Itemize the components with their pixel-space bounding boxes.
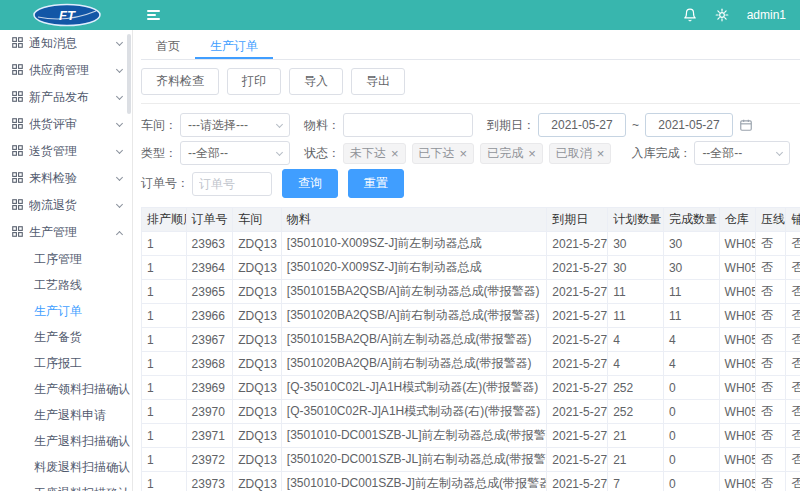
submenu-item-9[interactable]: 工废退料扫描确认 xyxy=(0,480,132,491)
table-cell: WH05 xyxy=(719,280,755,304)
grid-icon xyxy=(12,118,23,132)
main-content: 首页生产订单 齐料检查打印导入导出 车间： ---请选择--- 物料： 到期日：… xyxy=(133,30,800,491)
app-root: FT admin1 通知消息供应商管理新产品发布供货评审送货管理来料检验物流退货… xyxy=(0,0,800,491)
table-cell: 否 xyxy=(786,280,800,304)
sidebar-item-3[interactable]: 供货评审 xyxy=(0,111,132,138)
sidebar-item-label: 送货管理 xyxy=(29,143,117,160)
body-row: 通知消息供应商管理新产品发布供货评审送货管理来料检验物流退货生产管理工序管理工艺… xyxy=(0,30,800,491)
status-tag-label: 已取消 xyxy=(556,145,592,162)
table-row[interactable]: 123972ZDQ13[3501020-DC001SZB-JL]前右制动器总成(… xyxy=(142,448,800,472)
status-tag-label: 已完成 xyxy=(487,145,523,162)
submenu-item-5[interactable]: 生产领料扫描确认 xyxy=(0,376,132,402)
grid-icon xyxy=(12,172,23,186)
table-cell: 1 xyxy=(142,400,187,424)
column-header-2: 车间 xyxy=(233,208,282,232)
query-button[interactable]: 查询 xyxy=(282,169,338,198)
settings-gear-icon[interactable] xyxy=(715,8,729,22)
column-header-9: 铺装 xyxy=(786,208,800,232)
sidebar-item-0[interactable]: 通知消息 xyxy=(0,30,132,57)
table-row[interactable]: 123967ZDQ13[3501015BA2QB/A]前左制动器总成(带报警器)… xyxy=(142,328,800,352)
grid-icon xyxy=(12,37,23,51)
toolbar-button-2[interactable]: 导入 xyxy=(289,68,343,95)
filter-panel: 车间： ---请选择--- 物料： 到期日： 2021-05-27 ~ 2021… xyxy=(141,104,800,204)
table-row[interactable]: 123973ZDQ13[3501010-DC001SZB-J]前左制动器总成(带… xyxy=(142,472,800,491)
table-cell: 1 xyxy=(142,352,187,376)
table-cell: 23967 xyxy=(186,328,233,352)
submenu-item-0[interactable]: 工序管理 xyxy=(0,246,132,272)
submenu-item-8[interactable]: 料废退料扫描确认 xyxy=(0,454,132,480)
tag-close-icon[interactable]: × xyxy=(528,147,536,160)
submenu-item-7[interactable]: 生产退料扫描确认 xyxy=(0,428,132,454)
table-cell: 4 xyxy=(663,352,719,376)
table-row[interactable]: 123966ZDQ13[3501020BA2QSB/A]前右制动器总成(带报警器… xyxy=(142,304,800,328)
grid-icon xyxy=(12,199,23,213)
column-header-6: 完成数量 xyxy=(663,208,719,232)
table-cell: 23964 xyxy=(186,256,233,280)
sidebar-scrollbar[interactable] xyxy=(127,34,131,114)
table-cell: 1 xyxy=(142,280,187,304)
tag-close-icon[interactable]: × xyxy=(597,147,605,160)
toolbar-button-3[interactable]: 导出 xyxy=(351,68,405,95)
table-cell: 否 xyxy=(786,400,800,424)
table-cell: WH05 xyxy=(719,304,755,328)
workshop-select-value: ---请选择--- xyxy=(188,117,248,134)
table-row[interactable]: 123963ZDQ13[3501010-X009SZ-J]前左制动器总成2021… xyxy=(142,232,800,256)
table-cell: 1 xyxy=(142,472,187,491)
sidebar-item-1[interactable]: 供应商管理 xyxy=(0,57,132,84)
toolbar-button-1[interactable]: 打印 xyxy=(227,68,281,95)
table-row[interactable]: 123971ZDQ13[3501010-DC001SZB-JL]前左制动器总成(… xyxy=(142,424,800,448)
order-number-input[interactable] xyxy=(192,172,272,196)
reset-button[interactable]: 重置 xyxy=(348,169,404,198)
table-row[interactable]: 123964ZDQ13[3501020-X009SZ-J]前右制动器总成2021… xyxy=(142,256,800,280)
table-cell: 23970 xyxy=(186,400,233,424)
table-row[interactable]: 123965ZDQ13[3501015BA2QSB/A]前左制动器总成(带报警器… xyxy=(142,280,800,304)
chevron-down-icon xyxy=(116,147,123,154)
submenu-item-3[interactable]: 生产备货 xyxy=(0,324,132,350)
column-header-3: 物料 xyxy=(281,208,547,232)
sidebar-item-5[interactable]: 来料检验 xyxy=(0,165,132,192)
sidebar-item-4[interactable]: 送货管理 xyxy=(0,138,132,165)
sidebar-item-2[interactable]: 新产品发布 xyxy=(0,84,132,111)
sidebar-item-label: 来料检验 xyxy=(29,170,117,187)
sidebar-item-6[interactable]: 物流退货 xyxy=(0,192,132,219)
calendar-icon[interactable] xyxy=(739,118,753,132)
status-tag-0[interactable]: 未下达× xyxy=(343,143,406,164)
material-input[interactable] xyxy=(343,113,473,137)
tab-0[interactable]: 首页 xyxy=(141,30,195,59)
status-tag-2[interactable]: 已完成× xyxy=(480,143,543,164)
storage-complete-select[interactable]: --全部-- xyxy=(694,141,790,165)
chevron-down-icon xyxy=(776,148,783,155)
table-cell: 23969 xyxy=(186,376,233,400)
grid-icon xyxy=(12,64,23,78)
submenu-item-4[interactable]: 工序报工 xyxy=(0,350,132,376)
notification-bell-icon[interactable] xyxy=(683,8,697,22)
status-tag-3[interactable]: 已取消× xyxy=(549,143,612,164)
table-row[interactable]: 123970ZDQ13[Q-35010C02R-J]A1H模式制动器(右)(带报… xyxy=(142,400,800,424)
table-cell: WH05 xyxy=(719,328,755,352)
tag-close-icon[interactable]: × xyxy=(460,147,468,160)
sidebar-item-label: 物流退货 xyxy=(29,197,117,214)
due-end-date[interactable]: 2021-05-27 xyxy=(645,113,733,137)
tab-1[interactable]: 生产订单 xyxy=(195,30,273,59)
submenu-item-2[interactable]: 生产订单 xyxy=(0,298,132,324)
type-label: 类型： xyxy=(141,145,177,162)
column-header-1: 订单号 xyxy=(186,208,233,232)
orders-table-container: 排产顺序订单号车间物料到期日计划数量完成数量仓库压线铺装123963ZDQ13[… xyxy=(141,207,800,491)
submenu-item-6[interactable]: 生产退料申请 xyxy=(0,402,132,428)
table-row[interactable]: 123968ZDQ13[3501020BA2QB/A]前右制动器总成(带报警器)… xyxy=(142,352,800,376)
toolbar-button-0[interactable]: 齐料检查 xyxy=(141,68,219,95)
chevron-up-icon xyxy=(116,230,123,237)
status-tag-label: 未下达 xyxy=(350,145,386,162)
due-start-date[interactable]: 2021-05-27 xyxy=(538,113,626,137)
submenu-item-1[interactable]: 工艺路线 xyxy=(0,272,132,298)
menu-collapse-icon[interactable] xyxy=(147,10,160,20)
type-select[interactable]: --全部-- xyxy=(180,141,290,165)
status-tag-1[interactable]: 已下达× xyxy=(412,143,475,164)
sidebar-item-7[interactable]: 生产管理 xyxy=(0,219,132,246)
tag-close-icon[interactable]: × xyxy=(391,147,399,160)
username[interactable]: admin1 xyxy=(747,8,786,22)
table-row[interactable]: 123969ZDQ13[Q-35010C02L-J]A1H模式制动器(左)(带报… xyxy=(142,376,800,400)
table-cell: 4 xyxy=(608,352,664,376)
storage-select-value: --全部-- xyxy=(702,145,742,162)
workshop-select[interactable]: ---请选择--- xyxy=(180,113,290,137)
